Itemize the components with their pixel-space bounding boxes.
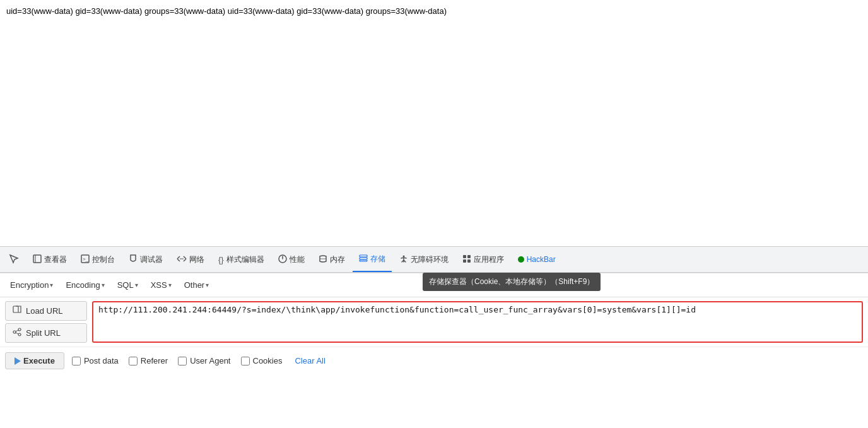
tab-accessibility-label: 无障碍环境 bbox=[411, 254, 449, 265]
tab-hackbar-label: HackBar bbox=[527, 255, 556, 264]
tab-memory-label: 内存 bbox=[330, 254, 345, 265]
user-agent-checkbox[interactable] bbox=[178, 357, 187, 366]
style-editor-icon: {} bbox=[218, 255, 224, 265]
referer-label: Referer bbox=[141, 356, 168, 366]
svg-text:>_: >_ bbox=[83, 256, 89, 262]
tab-style-editor[interactable]: {} 样式编辑器 bbox=[212, 247, 271, 272]
tab-memory[interactable]: 内存 bbox=[312, 247, 351, 272]
svg-point-10 bbox=[402, 255, 404, 257]
execute-play-icon bbox=[15, 357, 21, 365]
url-input[interactable] bbox=[92, 301, 863, 343]
left-buttons: Load URL Split URL bbox=[5, 301, 87, 343]
performance-icon bbox=[278, 254, 287, 265]
memory-icon bbox=[319, 254, 327, 265]
encryption-dropdown-icon: ▾ bbox=[50, 282, 53, 288]
devtools-bar: 查看器 >_ 控制台 调试器 网络 {} 样式编辑器 bbox=[0, 246, 868, 273]
tab-debugger-label: 调试器 bbox=[140, 254, 163, 265]
url-area: Load URL Split URL bbox=[0, 297, 868, 347]
load-url-button[interactable]: Load URL bbox=[5, 301, 87, 321]
hackbar-dot bbox=[518, 256, 524, 263]
svg-line-19 bbox=[16, 330, 18, 331]
svg-point-16 bbox=[13, 331, 16, 333]
inspect-icon bbox=[9, 254, 19, 266]
network-icon bbox=[177, 254, 187, 265]
menu-encoding-label: Encoding bbox=[66, 280, 100, 290]
svg-rect-0 bbox=[33, 255, 41, 263]
tab-storage-label: 存储 bbox=[370, 254, 385, 265]
menu-other-label: Other bbox=[184, 280, 205, 290]
svg-point-18 bbox=[18, 333, 21, 336]
menu-other[interactable]: Other ▾ bbox=[179, 278, 214, 292]
clear-all-button[interactable]: Clear All bbox=[290, 354, 330, 368]
console-icon: >_ bbox=[81, 254, 90, 265]
execute-button[interactable]: Execute bbox=[5, 352, 64, 369]
sql-dropdown-icon: ▾ bbox=[135, 282, 138, 288]
tab-debugger[interactable]: 调试器 bbox=[122, 247, 169, 272]
split-url-icon bbox=[12, 327, 22, 339]
svg-rect-11 bbox=[463, 255, 466, 258]
menu-sql[interactable]: SQL ▾ bbox=[112, 278, 143, 292]
tab-viewer[interactable]: 查看器 bbox=[26, 247, 73, 272]
cookies-checkbox[interactable] bbox=[241, 357, 250, 366]
tab-style-editor-label: 样式编辑器 bbox=[226, 254, 264, 265]
menu-xss[interactable]: XSS ▾ bbox=[146, 278, 177, 292]
tab-apps[interactable]: 应用程序 bbox=[456, 247, 510, 272]
cookies-checkbox-label[interactable]: Cookies bbox=[241, 356, 283, 366]
tab-network[interactable]: 网络 bbox=[170, 247, 211, 272]
execute-label: Execute bbox=[23, 356, 55, 366]
other-dropdown-icon: ▾ bbox=[206, 282, 209, 288]
storage-tooltip: 存储探查器（Cookie、本地存储等）（Shift+F9） bbox=[423, 273, 601, 291]
menu-sql-label: SQL bbox=[117, 280, 134, 290]
tooltip-text: 存储探查器（Cookie、本地存储等）（Shift+F9） bbox=[429, 277, 594, 286]
tab-inspect[interactable] bbox=[3, 247, 25, 272]
svg-line-20 bbox=[16, 333, 18, 334]
load-url-label: Load URL bbox=[26, 306, 63, 316]
post-data-checkbox-label[interactable]: Post data bbox=[72, 356, 119, 366]
storage-icon bbox=[359, 254, 368, 265]
tab-storage[interactable]: 存储 bbox=[353, 247, 392, 272]
svg-rect-8 bbox=[360, 258, 367, 259]
svg-rect-13 bbox=[463, 259, 466, 263]
referer-checkbox-label[interactable]: Referer bbox=[129, 356, 168, 366]
user-agent-label: User Agent bbox=[190, 356, 230, 366]
user-agent-checkbox-label[interactable]: User Agent bbox=[178, 356, 230, 366]
cookies-label: Cookies bbox=[253, 356, 283, 366]
apps-icon bbox=[462, 254, 471, 265]
accessibility-icon bbox=[399, 254, 408, 265]
tab-performance-label: 性能 bbox=[290, 254, 305, 265]
viewer-icon bbox=[33, 254, 42, 265]
menu-encoding[interactable]: Encoding ▾ bbox=[61, 278, 109, 292]
clear-all-label: Clear All bbox=[295, 356, 325, 366]
svg-rect-14 bbox=[467, 259, 471, 263]
output-area: uid=33(www-data) gid=33(www-data) groups… bbox=[0, 0, 868, 246]
menu-xss-label: XSS bbox=[151, 280, 167, 290]
tab-hackbar[interactable]: HackBar bbox=[512, 247, 562, 272]
svg-rect-7 bbox=[360, 255, 367, 257]
svg-rect-15 bbox=[13, 306, 18, 312]
svg-rect-9 bbox=[360, 260, 367, 261]
menu-encryption[interactable]: Encryption ▾ bbox=[5, 278, 58, 292]
menu-encryption-label: Encryption bbox=[10, 280, 49, 290]
tab-console-label: 控制台 bbox=[92, 254, 115, 265]
debugger-icon bbox=[129, 254, 138, 265]
tab-performance[interactable]: 性能 bbox=[272, 247, 311, 272]
post-data-label: Post data bbox=[84, 356, 119, 366]
referer-checkbox[interactable] bbox=[129, 357, 138, 366]
load-url-icon bbox=[12, 305, 22, 317]
split-url-label: Split URL bbox=[26, 328, 61, 338]
xss-dropdown-icon: ▾ bbox=[168, 282, 172, 288]
tab-network-label: 网络 bbox=[189, 254, 204, 265]
checkbox-group: Post data Referer User Agent Cookies bbox=[72, 356, 283, 366]
tab-apps-label: 应用程序 bbox=[474, 254, 504, 265]
tab-accessibility[interactable]: 无障碍环境 bbox=[393, 247, 455, 272]
tab-viewer-label: 查看器 bbox=[44, 254, 67, 265]
svg-point-17 bbox=[18, 328, 21, 331]
split-url-button[interactable]: Split URL bbox=[5, 323, 87, 343]
bottom-bar: Execute Post data Referer User Agent Coo… bbox=[0, 347, 868, 374]
tab-console[interactable]: >_ 控制台 bbox=[74, 247, 121, 272]
encoding-dropdown-icon: ▾ bbox=[102, 282, 105, 288]
output-text: uid=33(www-data) gid=33(www-data) groups… bbox=[6, 5, 862, 18]
post-data-checkbox[interactable] bbox=[72, 357, 81, 366]
svg-rect-12 bbox=[467, 255, 471, 258]
